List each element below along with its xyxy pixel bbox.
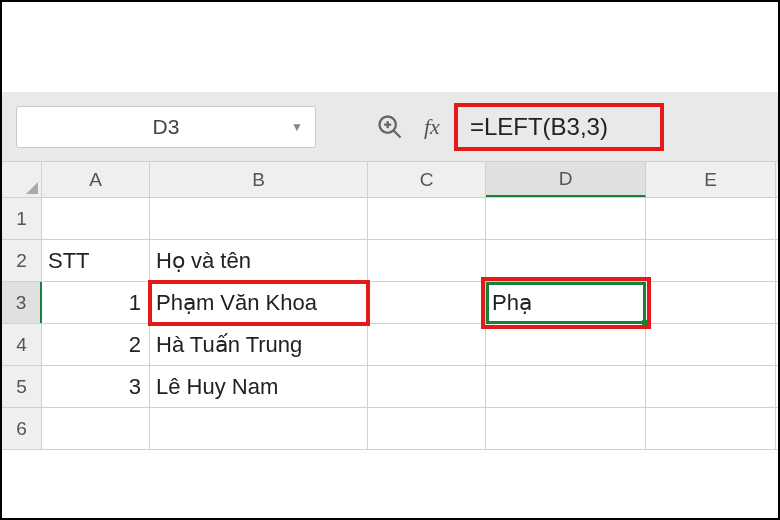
cell-b1[interactable]	[150, 198, 368, 239]
row-header-4[interactable]: 4	[2, 324, 42, 365]
app-window: D3 ▼ fx =LEFT(B3,3) A B C D E	[0, 0, 780, 520]
cell-c6[interactable]	[368, 408, 486, 449]
row-header-1[interactable]: 1	[2, 198, 42, 239]
row-header-6[interactable]: 6	[2, 408, 42, 449]
cell-b2[interactable]: Họ và tên	[150, 240, 368, 281]
cell-d4[interactable]	[486, 324, 646, 365]
toolbar: D3 ▼ fx =LEFT(B3,3)	[2, 92, 778, 162]
cell-c1[interactable]	[368, 198, 486, 239]
col-header-b[interactable]: B	[150, 162, 368, 197]
cell-d6[interactable]	[486, 408, 646, 449]
cell-b5[interactable]: Lê Huy Nam	[150, 366, 368, 407]
row-5: 5 3 Lê Huy Nam	[2, 366, 778, 408]
fx-icon[interactable]: fx	[424, 114, 440, 140]
col-header-c[interactable]: C	[368, 162, 486, 197]
cell-a6[interactable]	[42, 408, 150, 449]
zoom-icon[interactable]	[376, 113, 404, 141]
cell-c4[interactable]	[368, 324, 486, 365]
cell-a1[interactable]	[42, 198, 150, 239]
select-all-corner[interactable]	[2, 162, 42, 197]
cell-b3[interactable]: Phạm Văn Khoa	[150, 282, 368, 323]
cell-c5[interactable]	[368, 366, 486, 407]
row-header-3[interactable]: 3	[2, 282, 42, 323]
name-box-value: D3	[31, 115, 301, 139]
formula-bar[interactable]: =LEFT(B3,3)	[454, 103, 664, 151]
col-header-e[interactable]: E	[646, 162, 776, 197]
cell-c3[interactable]	[368, 282, 486, 323]
cell-a2[interactable]: STT	[42, 240, 150, 281]
cell-b4[interactable]: Hà Tuấn Trung	[150, 324, 368, 365]
cell-e1[interactable]	[646, 198, 776, 239]
cell-d2[interactable]	[486, 240, 646, 281]
chevron-down-icon[interactable]: ▼	[291, 120, 303, 134]
svg-line-1	[394, 130, 401, 137]
cell-e3[interactable]	[646, 282, 776, 323]
row-header-2[interactable]: 2	[2, 240, 42, 281]
cell-d1[interactable]	[486, 198, 646, 239]
col-header-a[interactable]: A	[42, 162, 150, 197]
cell-c2[interactable]	[368, 240, 486, 281]
fill-handle[interactable]	[642, 320, 650, 328]
row-4: 4 2 Hà Tuấn Trung	[2, 324, 778, 366]
spreadsheet-grid[interactable]: A B C D E 1 2 STT Họ và tên 3 1 Phạm Văn…	[2, 162, 778, 450]
row-header-5[interactable]: 5	[2, 366, 42, 407]
top-spacer	[2, 2, 778, 92]
name-box[interactable]: D3 ▼	[16, 106, 316, 148]
cell-e4[interactable]	[646, 324, 776, 365]
formula-value: =LEFT(B3,3)	[470, 113, 608, 141]
cell-b6[interactable]	[150, 408, 368, 449]
cell-a4[interactable]: 2	[42, 324, 150, 365]
cell-e5[interactable]	[646, 366, 776, 407]
cell-a3[interactable]: 1	[42, 282, 150, 323]
col-header-d[interactable]: D	[486, 162, 646, 197]
cell-d3[interactable]: Phạ	[486, 282, 646, 323]
cell-a5[interactable]: 3	[42, 366, 150, 407]
cell-e2[interactable]	[646, 240, 776, 281]
cell-d5[interactable]	[486, 366, 646, 407]
row-3: 3 1 Phạm Văn Khoa Phạ	[2, 282, 778, 324]
row-2: 2 STT Họ và tên	[2, 240, 778, 282]
row-6: 6	[2, 408, 778, 450]
row-1: 1	[2, 198, 778, 240]
cell-e6[interactable]	[646, 408, 776, 449]
column-headers: A B C D E	[2, 162, 778, 198]
toolbar-icons: fx	[376, 113, 440, 141]
